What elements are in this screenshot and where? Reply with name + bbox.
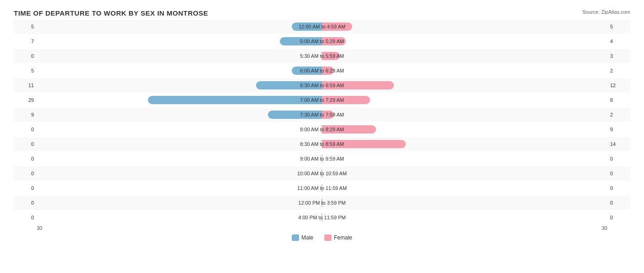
female-value: 0	[607, 156, 630, 162]
male-value: 9	[14, 112, 37, 117]
female-bar-container	[322, 184, 607, 193]
female-bar	[322, 184, 323, 192]
female-value: 0	[607, 215, 630, 220]
male-value: 0	[14, 53, 37, 59]
male-bar	[280, 37, 322, 45]
female-value: 0	[607, 171, 630, 176]
female-bar	[322, 155, 323, 163]
female-bar	[322, 213, 323, 222]
male-bar-container	[37, 184, 322, 193]
male-value: 11	[14, 83, 37, 88]
male-bar	[256, 81, 322, 89]
chart-area: 512:00 AM to 4:59 AM575:00 AM to 5:29 AM…	[14, 20, 630, 224]
bars-section: 7:00 AM to 7:29 AM	[37, 93, 607, 107]
male-bar-container	[37, 22, 322, 31]
female-value: 2	[607, 112, 630, 117]
female-bar-container	[322, 66, 607, 75]
male-value: 7	[14, 39, 37, 44]
male-value: 0	[14, 127, 37, 132]
bars-section: 12:00 AM to 4:59 AM	[37, 20, 607, 33]
female-bar-container	[322, 139, 607, 149]
bars-section: 4:00 PM to 11:59 PM	[37, 211, 607, 224]
male-bar	[292, 67, 322, 75]
legend-male: Male	[292, 234, 313, 241]
male-bar-container	[37, 81, 322, 90]
table-row: 297:00 AM to 7:29 AM8	[14, 93, 630, 107]
male-bar-container	[37, 169, 322, 178]
female-value: 0	[607, 185, 630, 191]
legend-female: Female	[324, 234, 352, 241]
male-bar-container	[37, 110, 322, 119]
bars-section: 6:00 AM to 6:29 AM	[37, 64, 607, 78]
female-bar-container	[322, 51, 607, 61]
male-bar-container	[37, 213, 322, 222]
bars-section: 6:30 AM to 6:59 AM	[37, 78, 607, 92]
chart-title: TIME OF DEPARTURE TO WORK BY SEX IN MONT…	[14, 9, 630, 17]
female-bar	[322, 111, 334, 119]
male-bar-container	[37, 66, 322, 75]
female-bar-container	[322, 95, 607, 105]
table-row: 011:00 AM to 11:59 AM0	[14, 181, 630, 195]
male-bar	[292, 22, 322, 31]
male-value: 5	[14, 24, 37, 29]
female-bar-container	[322, 37, 607, 46]
female-value: 5	[607, 24, 630, 29]
legend-male-box	[292, 234, 299, 241]
male-value: 5	[14, 68, 37, 73]
legend-male-label: Male	[301, 234, 313, 241]
male-bar-container	[37, 37, 322, 46]
male-value: 29	[14, 97, 37, 103]
bars-section: 8:30 AM to 8:59 AM	[37, 137, 607, 151]
chart-container: TIME OF DEPARTURE TO WORK BY SEX IN MONT…	[0, 0, 644, 273]
female-bar-container	[322, 110, 607, 119]
bars-section: 10:00 AM to 10:59 AM	[37, 167, 607, 180]
source-label: Source: ZipAtlas.com	[582, 9, 630, 15]
male-value: 0	[14, 171, 37, 176]
legend-female-label: Female	[334, 234, 352, 241]
male-bar-container	[37, 154, 322, 163]
male-bar-container	[37, 125, 322, 134]
male-value: 0	[14, 200, 37, 206]
female-bar-container	[322, 125, 607, 134]
male-value: 0	[14, 156, 37, 162]
table-row: 04:00 PM to 11:59 PM0	[14, 211, 630, 224]
table-row: 09:00 AM to 9:59 AM0	[14, 152, 630, 166]
female-value: 0	[607, 200, 630, 206]
table-row: 08:30 AM to 8:59 AM14	[14, 137, 630, 151]
table-row: 05:30 AM to 5:59 AM3	[14, 49, 630, 63]
female-bar	[322, 199, 323, 207]
bars-section: 9:00 AM to 9:59 AM	[37, 152, 607, 166]
male-value: 0	[14, 185, 37, 191]
bars-section: 8:00 AM to 8:29 AM	[37, 123, 607, 136]
female-value: 9	[607, 127, 630, 132]
table-row: 97:30 AM to 7:59 AM2	[14, 108, 630, 122]
female-bar	[322, 22, 352, 31]
female-bar-container	[322, 213, 607, 222]
male-bar	[148, 96, 322, 104]
male-value: 0	[14, 141, 37, 147]
female-bar	[322, 81, 394, 89]
table-row: 116:30 AM to 6:59 AM12	[14, 78, 630, 92]
bars-section: 5:00 AM to 5:29 AM	[37, 34, 607, 48]
table-row: 56:00 AM to 6:29 AM2	[14, 64, 630, 78]
female-bar-container	[322, 81, 607, 90]
table-row: 010:00 AM to 10:59 AM0	[14, 167, 630, 180]
axis-right-label: 30	[602, 225, 607, 231]
female-value: 12	[607, 83, 630, 88]
table-row: 08:00 AM to 8:29 AM9	[14, 123, 630, 136]
female-bar	[322, 52, 340, 60]
male-bar	[268, 111, 322, 119]
legend: Male Female	[14, 234, 630, 241]
axis-left-label: 30	[37, 225, 42, 231]
female-value: 14	[607, 141, 630, 147]
female-bar	[322, 96, 370, 104]
male-bar-container	[37, 95, 322, 105]
bars-section: 5:30 AM to 5:59 AM	[37, 49, 607, 63]
female-value: 2	[607, 68, 630, 73]
axis-bottom: 30 30	[14, 225, 630, 231]
table-row: 512:00 AM to 4:59 AM5	[14, 20, 630, 33]
male-bar	[321, 52, 322, 60]
female-bar	[322, 140, 406, 148]
female-bar-container	[322, 169, 607, 178]
female-bar-container	[322, 154, 607, 163]
